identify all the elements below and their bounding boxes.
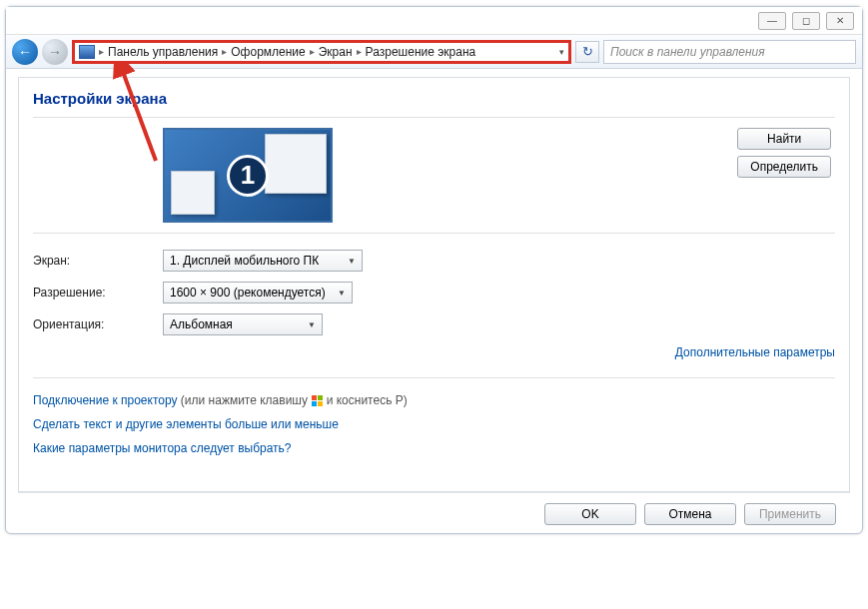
resolution-dropdown[interactable]: 1600 × 900 (рекомендуется) [163,282,353,304]
which-params-link[interactable]: Какие параметры монитора следует выбрать… [33,441,292,455]
breadcrumb-item[interactable]: Панель управления [108,45,218,59]
dialog-button-bar: OK Отмена Применить [18,492,850,525]
screen-label: Экран: [33,254,163,268]
display-preview[interactable]: 1 [163,128,333,223]
minimize-button[interactable]: — [758,12,786,30]
computer-icon [79,45,95,59]
breadcrumb-item[interactable]: Разрешение экрана [366,45,476,59]
content-area: Настройки экрана 1 Найти Определить Экра… [6,69,862,533]
search-input[interactable]: Поиск в панели управления [603,40,856,64]
breadcrumb-item[interactable]: Экран [319,45,353,59]
screen-value: 1. Дисплей мобильного ПК [170,254,319,268]
close-button[interactable]: ✕ [826,12,854,30]
breadcrumb-item[interactable]: Оформление [231,45,305,59]
screen-dropdown[interactable]: 1. Дисплей мобильного ПК [163,250,363,272]
control-panel-window: — ◻ ✕ ← → ▸ Панель управления ▸ Оформлен… [5,6,863,534]
windows-logo-icon [311,394,323,406]
chevron-right-icon: ▸ [222,46,227,57]
page-title: Настройки экрана [33,90,835,107]
advanced-settings-link[interactable]: Дополнительные параметры [675,345,835,359]
preview-window-icon [265,134,327,194]
back-button[interactable]: ← [12,39,38,65]
forward-button[interactable]: → [42,39,68,65]
preview-window-icon [171,171,215,215]
help-links: Подключение к проектору (или нажмите кла… [33,377,835,460]
chevron-right-icon: ▸ [310,46,315,57]
display-action-buttons: Найти Определить [737,128,831,178]
projector-link[interactable]: Подключение к проектору [33,393,178,407]
resolution-row: Разрешение: 1600 × 900 (рекомендуется) [33,282,835,304]
search-placeholder: Поиск в панели управления [610,45,765,59]
chevron-right-icon: ▸ [99,46,104,57]
orientation-label: Ориентация: [33,317,163,331]
navigation-bar: ← → ▸ Панель управления ▸ Оформление ▸ Э… [6,35,862,69]
chevron-right-icon: ▸ [357,46,362,57]
identify-button[interactable]: Определить [737,156,831,178]
screen-row: Экран: 1. Дисплей мобильного ПК [33,250,835,272]
orientation-value: Альбомная [170,317,233,331]
titlebar: — ◻ ✕ [6,7,862,35]
breadcrumb-dropdown-icon[interactable]: ▾ [559,47,564,57]
maximize-button[interactable]: ◻ [792,12,820,30]
refresh-button[interactable]: ↻ [575,41,599,63]
resolution-label: Разрешение: [33,286,163,300]
settings-form: Экран: 1. Дисплей мобильного ПК Разрешен… [33,250,835,359]
ok-button[interactable]: OK [544,503,636,525]
advanced-row: Дополнительные параметры [33,345,835,359]
detect-button[interactable]: Найти [737,128,831,150]
cancel-button[interactable]: Отмена [644,503,736,525]
display-preview-row: 1 Найти Определить [33,117,835,234]
resolution-value: 1600 × 900 (рекомендуется) [170,286,326,300]
main-panel: Настройки экрана 1 Найти Определить Экра… [18,77,850,492]
orientation-dropdown[interactable]: Альбомная [163,313,323,335]
breadcrumb-bar[interactable]: ▸ Панель управления ▸ Оформление ▸ Экран… [72,40,571,64]
projector-hint-post: и коснитесь P) [327,393,408,407]
display-number-badge: 1 [227,155,269,197]
projector-hint-pre: (или нажмите клавишу [181,393,312,407]
text-size-link[interactable]: Сделать текст и другие элементы больше и… [33,417,339,431]
apply-button[interactable]: Применить [744,503,836,525]
orientation-row: Ориентация: Альбомная [33,313,835,335]
